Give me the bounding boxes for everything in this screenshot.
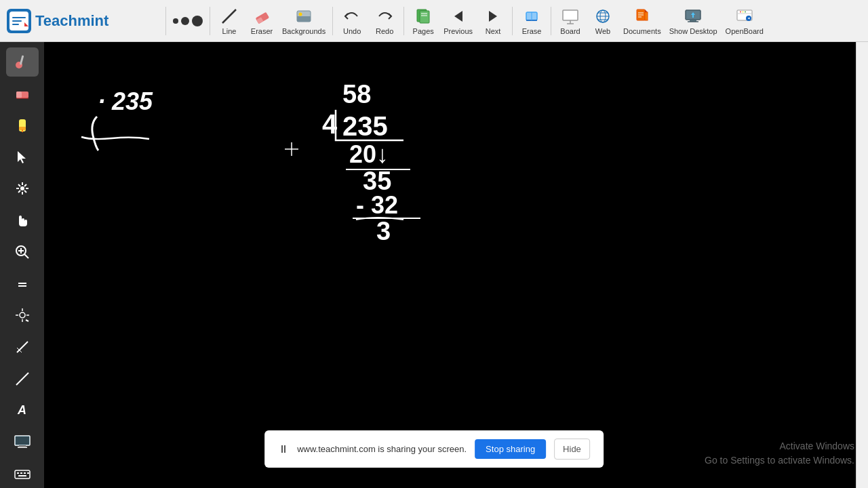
svg-text:- 32: - 32 — [356, 191, 398, 219]
svg-line-74 — [26, 320, 28, 321]
documents-label: Documents — [623, 27, 661, 35]
openboard-button[interactable]: OpenBoard — [722, 2, 768, 40]
openboard-icon — [735, 7, 754, 26]
stop-sharing-button[interactable]: Stop sharing — [475, 439, 546, 459]
svg-rect-82 — [15, 470, 30, 479]
svg-line-64 — [24, 254, 28, 258]
svg-point-11 — [299, 12, 302, 16]
redo-button[interactable]: Redo — [368, 2, 401, 40]
logo-text: Teachmint — [35, 12, 108, 30]
eraser-label: Eraser — [251, 27, 273, 35]
svg-rect-2 — [12, 17, 26, 18]
line-icon — [220, 7, 239, 26]
line-side-tool[interactable] — [6, 364, 39, 393]
previous-icon — [449, 7, 468, 26]
next-button[interactable]: Next — [477, 2, 509, 40]
svg-point-39 — [740, 11, 741, 12]
canvas-content: · 235 58 4 235 20↓ 35 - 32 — [44, 42, 856, 488]
monitor-tool[interactable] — [6, 428, 39, 457]
svg-rect-83 — [17, 472, 19, 474]
activate-windows-line2: Go to Settings to activate Windows. — [705, 453, 854, 468]
eraser-icon — [252, 7, 271, 26]
svg-line-61 — [24, 184, 26, 186]
logo: Teachmint — [0, 9, 163, 33]
board-label: Board — [560, 27, 580, 35]
pen-size-large[interactable] — [192, 16, 203, 26]
svg-text:·  235: · 235 — [98, 87, 153, 115]
pen-size-small[interactable] — [173, 18, 178, 24]
backgrounds-button[interactable]: Backgrounds — [278, 2, 330, 40]
svg-marker-17 — [489, 11, 497, 22]
undo-label: Undo — [343, 27, 361, 35]
share-message: www.teachmint.com is sharing your screen… — [297, 444, 467, 454]
board-button[interactable]: Board — [554, 2, 587, 40]
documents-icon — [633, 7, 652, 26]
hand-tool[interactable] — [6, 206, 39, 235]
redo-icon — [375, 7, 394, 26]
svg-point-69 — [20, 312, 25, 318]
pen-size-medium[interactable] — [181, 17, 189, 25]
hide-button[interactable]: Hide — [554, 439, 590, 460]
pages-label: Pages — [413, 27, 434, 35]
canvas-area[interactable]: · 235 58 4 235 20↓ 35 - 32 — [44, 42, 856, 488]
pointer-tool[interactable] — [6, 174, 39, 203]
logo-icon — [7, 9, 31, 33]
svg-point-54 — [20, 186, 24, 190]
undo-button[interactable]: Undo — [336, 2, 368, 40]
brush-tool[interactable] — [6, 47, 39, 77]
toolbar-divider-6 — [551, 7, 551, 35]
svg-rect-81 — [15, 436, 30, 445]
toolbar-divider-1 — [165, 7, 166, 35]
ruler-tool[interactable] — [6, 301, 39, 330]
show-desktop-icon — [684, 7, 703, 26]
select-tool[interactable] — [6, 142, 39, 171]
web-icon — [593, 7, 612, 26]
text-tool[interactable]: A — [6, 396, 39, 425]
previous-button[interactable]: Previous — [439, 2, 477, 40]
svg-line-77 — [16, 373, 28, 385]
show-desktop-button[interactable]: Show Desktop — [665, 2, 722, 40]
erase-button[interactable]: Erase — [515, 2, 548, 40]
highlighter-tool[interactable] — [6, 110, 39, 140]
backgrounds-icon — [294, 7, 313, 26]
activate-windows-notice: Activate Windows Go to Settings to activ… — [705, 439, 854, 468]
svg-rect-21 — [563, 10, 578, 20]
sidebar: A — [0, 42, 44, 488]
svg-text:235: 235 — [342, 111, 388, 141]
eraser-side-tool[interactable] — [6, 79, 39, 108]
line-tool-button[interactable]: Line — [213, 2, 245, 40]
svg-rect-85 — [24, 472, 26, 474]
web-button[interactable]: Web — [587, 2, 619, 40]
pen2-tool[interactable] — [6, 332, 39, 361]
pen-size-group — [169, 16, 207, 26]
svg-rect-84 — [20, 472, 22, 474]
svg-line-59 — [18, 184, 20, 186]
board-icon — [561, 7, 580, 26]
svg-rect-3 — [12, 20, 22, 22]
activate-windows-line1: Activate Windows — [705, 439, 854, 453]
keyboard-tool[interactable] — [6, 459, 39, 488]
line-label: Line — [222, 27, 237, 35]
zoom-out-tool[interactable] — [6, 269, 39, 298]
svg-marker-53 — [18, 151, 26, 163]
pages-button[interactable]: Pages — [407, 2, 439, 40]
web-label: Web — [595, 27, 610, 35]
documents-button[interactable]: Documents — [619, 2, 665, 40]
undo-icon — [342, 7, 361, 26]
toolbar-divider-3 — [332, 7, 333, 35]
toolbar-divider-5 — [512, 7, 513, 35]
next-icon — [484, 7, 502, 26]
svg-rect-13 — [420, 11, 429, 23]
svg-point-41 — [745, 11, 746, 12]
svg-rect-30 — [645, 12, 648, 20]
svg-rect-7 — [256, 12, 270, 24]
previous-label: Previous — [443, 27, 473, 35]
zoom-in-tool[interactable] — [6, 237, 39, 266]
eraser-button[interactable]: Eraser — [245, 2, 278, 40]
svg-text:58: 58 — [342, 80, 371, 108]
erase-label: Erase — [522, 27, 542, 35]
svg-line-60 — [24, 190, 26, 192]
right-panel — [856, 42, 868, 488]
openboard-label: OpenBoard — [726, 27, 764, 35]
svg-text:20↓: 20↓ — [349, 140, 389, 168]
